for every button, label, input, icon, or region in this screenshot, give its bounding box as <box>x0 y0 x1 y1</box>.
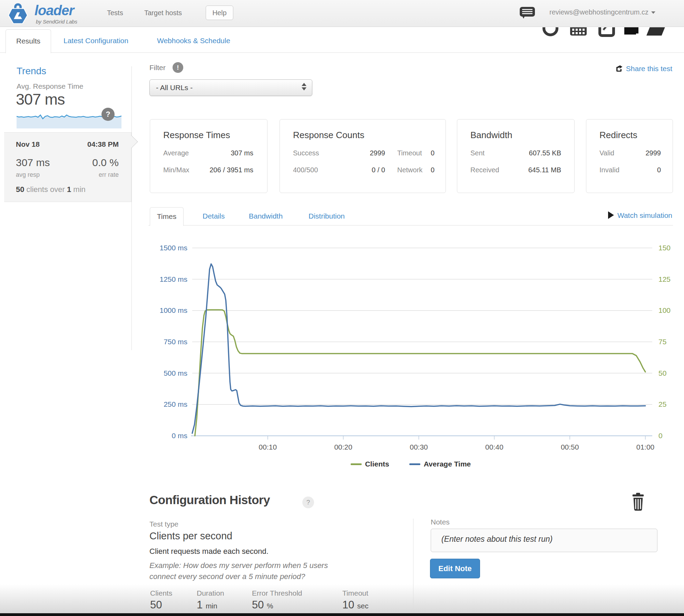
delete-icon[interactable] <box>646 27 668 36</box>
trends-title[interactable]: Trends <box>17 66 46 77</box>
card-title: Response Counts <box>293 130 364 141</box>
svg-text:01:00: 01:00 <box>636 443 655 451</box>
response-times-chart[interactable]: 0 ms250 ms500 ms750 ms1000 ms1250 ms1500… <box>148 228 680 460</box>
share-test-link[interactable]: Share this test <box>615 64 672 73</box>
stat-value: 607.55 KB <box>529 149 561 157</box>
chart-tab-distribution[interactable]: Distribution <box>309 212 345 220</box>
stat-value: 2999 <box>342 149 385 157</box>
config-notes-divider <box>413 519 413 610</box>
stat-value: 0 <box>657 166 661 174</box>
tab-latest-configuration[interactable]: Latest Configuration <box>63 37 128 45</box>
nav-target-hosts-link[interactable]: Target hosts <box>144 9 182 17</box>
filter-label: Filter <box>149 64 166 72</box>
tab-results[interactable]: Results <box>6 29 51 53</box>
config-stat-value: 1 min <box>197 599 217 611</box>
trend-avg-label: avg resp <box>16 171 40 179</box>
trend-date: Nov 18 <box>16 140 40 148</box>
clients-line-swatch <box>351 463 362 465</box>
bottom-fade <box>0 584 684 613</box>
url-filter-select[interactable]: - All URLs - <box>149 79 312 96</box>
svg-text:0: 0 <box>658 432 663 440</box>
svg-text:1500 ms: 1500 ms <box>159 244 187 252</box>
nav-tests-link[interactable]: Tests <box>107 9 123 17</box>
chevron-down-icon <box>651 11 655 14</box>
chart-tab-details[interactable]: Details <box>203 212 225 220</box>
stat-value: 0 <box>414 166 434 174</box>
watch-simulation-link[interactable]: Watch simulation <box>608 211 672 220</box>
stat-label: Success <box>293 149 319 157</box>
svg-text:00:40: 00:40 <box>485 443 504 451</box>
stat-value: 307 ms <box>231 149 253 157</box>
config-stat-value: 50 % <box>252 599 273 611</box>
play-icon <box>608 211 614 219</box>
stat-value: 0 / 0 <box>342 166 385 174</box>
stat-label: 400/500 <box>293 166 318 174</box>
card-title: Redirects <box>599 130 637 141</box>
config-stat-label: Error Threshold <box>252 589 302 597</box>
svg-text:00:20: 00:20 <box>334 443 352 451</box>
config-stat-value: 50 <box>150 599 162 611</box>
sidebar-divider <box>131 66 132 350</box>
config-stat-label: Duration <box>197 589 224 597</box>
trash-icon[interactable] <box>630 492 646 511</box>
stop-icon[interactable] <box>625 27 638 33</box>
test-type-example: Example: How does my server perform when… <box>149 560 356 582</box>
legend-average-time[interactable]: Average Time <box>409 460 471 468</box>
stat-value: 645.11 MB <box>528 166 561 174</box>
trends-metric-value: 307 ms <box>16 90 65 108</box>
tab-webhooks-schedule[interactable]: Webhooks & Schedule <box>157 37 230 45</box>
feedback-chat-icon[interactable] <box>520 7 535 19</box>
account-email: reviews@webhostingcentrum.cz <box>549 8 648 16</box>
svg-text:100: 100 <box>658 306 671 314</box>
stat-value: 0 <box>414 149 434 157</box>
brand-name[interactable]: loader <box>35 3 74 18</box>
trend-time: 04:38 PM <box>87 140 119 148</box>
trends-help-icon[interactable]: ? <box>101 108 115 121</box>
calendar-icon[interactable] <box>570 27 587 36</box>
stat-label: Sent <box>470 149 485 157</box>
stat-label: Received <box>470 166 499 174</box>
edit-icon[interactable] <box>598 27 615 37</box>
rerun-icon[interactable] <box>543 27 558 36</box>
top-navbar: loader by SendGrid Labs Tests Target hos… <box>0 0 684 27</box>
test-type-label: Test type <box>149 520 178 528</box>
stat-label: Average <box>163 149 189 157</box>
chart-tab-times[interactable]: Times <box>150 207 184 226</box>
stat-label: Valid <box>599 149 614 157</box>
configuration-help-icon[interactable]: ? <box>302 497 314 508</box>
redirects-card: Redirects Valid 2999 Invalid 0 <box>586 119 673 193</box>
trend-error-rate: 0.0 % <box>92 157 119 169</box>
test-type-description: Client requests made each second. <box>149 547 268 556</box>
trend-entry-card[interactable]: Nov 18 04:38 PM 307 ms 0.0 % avg resp er… <box>4 132 131 202</box>
svg-text:00:50: 00:50 <box>561 443 579 451</box>
edit-note-button[interactable]: Edit Note <box>430 559 480 578</box>
svg-text:1000 ms: 1000 ms <box>159 306 187 314</box>
trend-avg-response: 307 ms <box>16 157 50 169</box>
stat-value: 206 / 3951 ms <box>209 166 253 174</box>
card-title: Bandwidth <box>470 130 512 141</box>
response-times-card: Response Times Average 307 ms Min/Max 20… <box>150 119 267 193</box>
account-menu[interactable]: reviews@webhostingcentrum.cz <box>549 8 655 16</box>
configuration-history-heading: Configuration History <box>149 493 270 507</box>
help-button[interactable]: Help <box>206 6 233 20</box>
legend-clients[interactable]: Clients <box>351 460 389 468</box>
trend-clients-summary: 50 clients over 1 min <box>16 185 86 194</box>
share-icon <box>615 64 623 73</box>
card-title: Response Times <box>163 130 230 141</box>
svg-text:125: 125 <box>658 275 671 283</box>
brand-subtitle: by SendGrid Labs <box>36 19 77 25</box>
config-stat-label: Clients <box>150 589 172 597</box>
stat-label: Invalid <box>599 166 619 174</box>
config-stat-label: Timeout <box>342 589 368 597</box>
svg-text:750 ms: 750 ms <box>164 338 187 346</box>
chart-tab-bandwidth[interactable]: Bandwidth <box>249 212 283 220</box>
test-type-value: Clients per second <box>149 530 232 542</box>
stat-value: 2999 <box>646 149 661 157</box>
config-stat-value: 10 sec <box>342 599 369 611</box>
notes-input[interactable] <box>431 529 657 552</box>
tabbar-divider <box>0 52 684 53</box>
svg-text:0 ms: 0 ms <box>172 432 187 440</box>
filter-info-icon[interactable]: ! <box>173 62 183 73</box>
svg-text:00:30: 00:30 <box>410 443 428 451</box>
loader-logo-icon[interactable] <box>6 2 30 26</box>
